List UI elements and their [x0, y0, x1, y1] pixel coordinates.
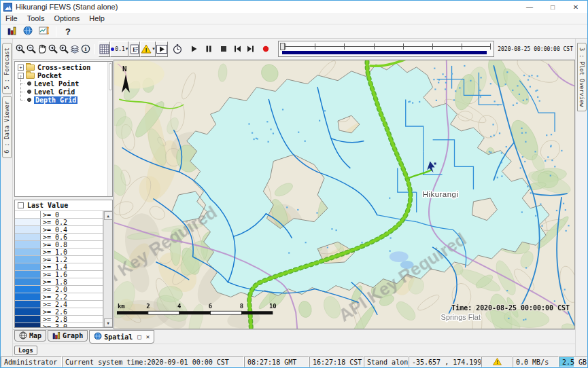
zoom-in-button[interactable] [15, 41, 26, 57]
legend-swatch [15, 308, 41, 315]
svg-text:6: 6 [209, 303, 212, 310]
info-button[interactable]: i [80, 41, 91, 57]
legend-toggle-button[interactable]: E [128, 41, 140, 57]
scroll-down-icon[interactable]: ▼ [104, 318, 113, 327]
time-slider[interactable] [278, 41, 494, 57]
time-tick [315, 43, 315, 50]
tree-item-pocket[interactable]: - Pocket [15, 71, 112, 79]
legend-row[interactable]: >= 1.0 [15, 249, 103, 256]
tree-scrollbar[interactable] [107, 62, 112, 196]
legend-row[interactable]: >= 2.2 [15, 293, 103, 301]
scroll-up-icon[interactable]: ▲ [104, 211, 113, 220]
status-memory: 2.5 GB [559, 356, 587, 367]
tab-spatial[interactable]: Spatial □ ✕ [89, 330, 154, 344]
tree-item-depth-grid[interactable]: Depth Grid [15, 96, 112, 104]
first-frame-button[interactable] [232, 41, 243, 57]
tree-item-cross-section[interactable]: + Cross-section [15, 63, 112, 71]
legend-label: >= 1.0 [41, 249, 67, 255]
legend-row[interactable]: >= 0.8 [15, 241, 103, 249]
warning-layer-dropdown[interactable]: ! ▾ [140, 41, 156, 57]
map-canvas[interactable]: API Key Required API Key Required [114, 60, 575, 329]
svg-text:10: 10 [269, 303, 277, 310]
tree-item-level-point[interactable]: Level Point [15, 79, 112, 88]
pause-button[interactable] [203, 41, 214, 57]
record-button[interactable] [260, 41, 271, 57]
play-button[interactable] [188, 41, 199, 57]
tree-item-level-grid[interactable]: Level Grid [15, 88, 112, 96]
legend-label: >= 0.6 [41, 234, 67, 240]
legend-row[interactable]: >= 0.2 [15, 219, 103, 226]
legend-row[interactable]: >= 1.4 [15, 263, 103, 271]
legend-scrollbar[interactable]: ▲ ▼ [103, 211, 112, 327]
time-tick [286, 43, 286, 50]
bullet-icon [27, 98, 31, 102]
animation-display-button[interactable] [156, 41, 168, 57]
database-viewer-button[interactable] [3, 25, 20, 38]
svg-text:!: ! [145, 47, 148, 54]
legend-label: >= 0 [41, 211, 59, 218]
tab-plot-overview[interactable]: 3 : Plot Overview [577, 43, 587, 111]
legend-row[interactable]: >= 3.0 [15, 323, 103, 327]
legend-swatch [15, 256, 41, 263]
tab-close-icon[interactable]: ✕ [146, 333, 150, 340]
tab-maximize-icon[interactable]: □ [137, 333, 141, 340]
legend-row[interactable]: >= 1.6 [15, 271, 103, 278]
tab-spatial-label: Spatial [104, 333, 133, 341]
legend-label: >= 1.8 [41, 278, 67, 285]
legend-icon: E [130, 44, 139, 54]
grid-display-button[interactable] [99, 41, 110, 57]
tree-item-label: Cross-section [37, 64, 90, 71]
title-bar[interactable]: Hikurangi FEWS (Stand alone) — □ ✕ [1, 1, 587, 13]
stop-button[interactable] [218, 41, 229, 57]
zoom-previous-button[interactable] [48, 41, 58, 57]
tree-scroll-thumb[interactable] [109, 63, 112, 90]
app-window: Hikurangi FEWS (Stand alone) — □ ✕ File … [0, 0, 588, 368]
bar-chart-icon [52, 331, 60, 341]
menu-help[interactable]: Help [84, 14, 109, 22]
time-tick [374, 43, 375, 50]
map-time-label: Time: 2020-08-25 00:00:00 CST [451, 304, 570, 312]
legend-panel: Last Value >= 0 >= 0.2 >= 0.4 >= 0.6 >= … [14, 200, 113, 328]
legend-row[interactable]: >= 1.2 [15, 256, 103, 263]
animation-timer-button[interactable] [172, 41, 183, 57]
menu-options[interactable]: Options [49, 14, 84, 22]
expand-icon[interactable]: + [18, 65, 24, 71]
pan-button[interactable] [37, 41, 48, 57]
legend-row[interactable]: >= 0 [15, 211, 103, 219]
legend-row[interactable]: >= 0.4 [15, 226, 103, 234]
legend-swatch [15, 249, 41, 255]
layers-button[interactable] [69, 41, 80, 57]
legend-row[interactable]: >= 1.8 [15, 278, 103, 286]
timeseries-display-button[interactable] [36, 25, 52, 38]
legend-row[interactable]: >= 2.8 [15, 316, 103, 323]
zoom-out-button[interactable] [26, 41, 37, 57]
maximize-button[interactable]: □ [541, 1, 564, 13]
last-frame-button[interactable] [245, 41, 256, 57]
legend-swatch [15, 263, 41, 270]
logs-button[interactable]: Logs [14, 346, 37, 355]
status-warning-segment[interactable]: ! [481, 356, 513, 367]
last-value-checkbox[interactable] [18, 202, 24, 208]
tree-item-label: Level Point [34, 80, 79, 88]
menu-tools[interactable]: Tools [22, 14, 50, 22]
tab-forecast[interactable]: 5 : Forecast [2, 43, 12, 94]
tab-map[interactable]: Map [14, 330, 46, 342]
spatial-display-button[interactable] [20, 25, 36, 38]
time-slider-handle[interactable] [280, 43, 285, 50]
legend-swatch [15, 278, 41, 285]
minimize-button[interactable]: — [518, 1, 541, 13]
time-tick [432, 43, 433, 50]
legend-row[interactable]: >= 2.0 [15, 286, 103, 293]
zoom-next-button[interactable] [58, 41, 69, 57]
menu-file[interactable]: File [1, 14, 22, 22]
tab-graph[interactable]: Graph [48, 330, 88, 342]
contour-interval-dropdown[interactable]: 0.1 ▾ [110, 41, 128, 57]
help-button[interactable]: ? [60, 25, 76, 38]
wireframe-globe-icon [19, 331, 27, 341]
legend-row[interactable]: >= 0.6 [15, 234, 103, 241]
legend-row[interactable]: >= 2.6 [15, 308, 103, 316]
close-button[interactable]: ✕ [564, 1, 587, 13]
tab-data-viewer[interactable]: 6 : Data Viewer [2, 96, 12, 158]
legend-row[interactable]: >= 2.4 [15, 301, 103, 308]
legend-label: >= 2.0 [41, 286, 67, 293]
